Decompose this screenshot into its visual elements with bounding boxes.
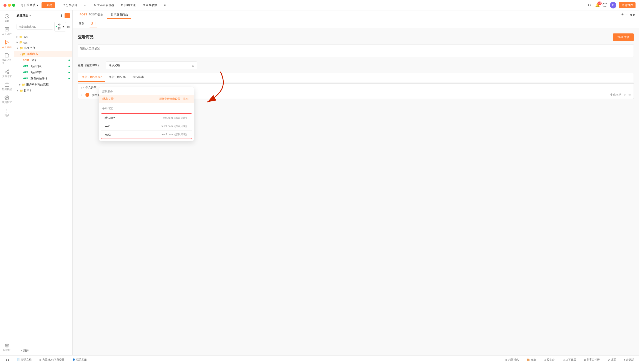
layout-icon[interactable]: ⊞ <box>67 25 70 28</box>
traffic-light-red[interactable] <box>4 4 7 7</box>
filter-all-button[interactable]: 全部 ▾ <box>54 22 66 32</box>
sub-tab-auth[interactable]: 目录公用Auth <box>105 73 129 82</box>
bottom-bar: ◀◀ 📄 帮助文档 ⊞ 内置Mock字段变量 👤 联系客服 ⊞ 精简模式 🎨 皮… <box>0 355 639 364</box>
top-bar: 哥们的团队 ▾ + 新建 ⬡ 分享项目 ··· ⊕ Cookie管理器 ⊞ 归档… <box>0 0 639 10</box>
sidebar-item-doc-share[interactable]: 文档分享 <box>1 68 13 80</box>
service-row: 服务（前置URL）： 继承父级 ▲ <box>78 62 634 69</box>
tree-item-product-list[interactable]: GET 商品列表 <box>14 63 72 69</box>
tree-item-ecommerce[interactable]: ▼ 📁 电商平台 <box>14 45 72 51</box>
checkbox-circle[interactable] <box>85 93 89 97</box>
sub-tab-script[interactable]: 执行脚本 <box>129 73 147 82</box>
avatar[interactable]: G <box>610 2 616 8</box>
content-area: 保存目录 服务（前置URL）： 继承父级 ▲ 目录公用header 目录公用A <box>73 28 639 355</box>
sidebar-icons: 最近 API 设计 API 调试 自动化测试 文档分享 数据模型 项目设置 更 <box>0 10 14 355</box>
sidebar-item-auto-test[interactable]: 自动化测试 <box>1 51 13 67</box>
dropdown-group-item-test2[interactable]: test2 test2.com（默认环境） <box>101 130 192 138</box>
delete-param-icon[interactable]: 🗑 <box>628 94 631 97</box>
sync-icon[interactable]: ↻ <box>588 3 592 8</box>
precision-mode-button[interactable]: ⊞ 精简模式 <box>504 357 521 362</box>
sub-tabs: 目录公用header 目录公用Auth 执行脚本 <box>78 73 634 82</box>
skin-button[interactable]: 🎨 皮肤 <box>525 357 538 362</box>
dropdown-group-item-test1[interactable]: test1 test1.com（默认环境） <box>101 122 192 130</box>
tabs-bar: POST POST 登录 目录查看商品 + ··· ◀ ▶ <box>73 10 639 19</box>
tree-area: ▶ 📁 123 ▶ 📁 ggg ▼ 📁 电商平台 ▼ 📂 查看商品 <box>14 33 72 346</box>
menu-button[interactable]: ≡ <box>162 2 168 8</box>
search-input[interactable] <box>17 24 53 30</box>
settings-param-icon[interactable]: ⊙ <box>624 94 626 97</box>
section-header: 保存目录 <box>78 34 634 41</box>
help-docs-button[interactable]: 📄 帮助文档 <box>15 357 33 362</box>
service-select[interactable]: 继承父级 ▲ <box>106 62 197 69</box>
left-panel-header: 新建项目 ▾ ⬆ + <box>14 10 72 20</box>
tree-item-123[interactable]: ▶ 📁 123 <box>14 34 72 40</box>
tab-actions: + ··· ◀ ▶ <box>621 12 635 17</box>
top-right: ↻ 🔔 48 💬 G 邀请协作 <box>588 2 635 8</box>
more-button[interactable]: ··· <box>82 2 88 8</box>
tree-item-product-detail[interactable]: GET 商品详情 <box>14 69 72 75</box>
sidebar-item-api-design[interactable]: API 设计 <box>1 25 13 37</box>
save-button[interactable]: 保存目录 <box>613 34 634 41</box>
traffic-lights <box>4 4 15 7</box>
sidebar-item-api-test[interactable]: API 调试 <box>1 38 13 50</box>
update-button[interactable]: ↑ 去更新 <box>622 357 635 362</box>
tree-item-ggg[interactable]: ▶ 📁 ggg <box>14 40 72 45</box>
invite-button[interactable]: 邀请协作 <box>619 2 635 8</box>
tree-item-login[interactable]: POST 登录 <box>14 57 72 63</box>
tree-item-product-reviews[interactable]: GET 查看商品评论 <box>14 75 72 82</box>
tree-item-catalog1[interactable]: ▼ 📁 目录1 <box>14 88 72 94</box>
sidebar-item-trash[interactable]: 回收站 <box>1 342 13 354</box>
traffic-light-yellow[interactable] <box>8 4 11 7</box>
sidebar-item-project-settings[interactable]: 项目设置 <box>1 94 13 106</box>
svg-point-6 <box>6 97 8 98</box>
svg-point-7 <box>7 109 7 110</box>
global-params-button[interactable]: ⊟ 全局参数 <box>141 2 159 8</box>
dropdown-item-inherit[interactable]: 继承父级 跟随父级目录设置（推荐） <box>99 95 194 103</box>
svg-point-2 <box>8 70 9 71</box>
prev-tab-button[interactable]: ◀ <box>629 13 631 16</box>
tab-design[interactable]: 设计 <box>90 19 97 28</box>
main-layout: 最近 API 设计 API 调试 自动化测试 文档分享 数据模型 项目设置 更 <box>0 10 639 355</box>
team-name[interactable]: 哥们的团队 ▾ <box>21 3 38 7</box>
message-icon[interactable]: 💬 <box>602 3 607 8</box>
cookie-manager-button[interactable]: ⊕ Cookie管理器 <box>92 2 116 8</box>
top-nav-buttons: ⬡ 分享项目 ··· ⊕ Cookie管理器 ⊞ 归档管理 ⊟ 全局参数 ≡ <box>61 2 167 8</box>
contact-button[interactable]: 👤 联系客服 <box>70 357 89 362</box>
settings-button[interactable]: ⚙ 设置 <box>606 357 618 362</box>
notification-badge[interactable]: 🔔 48 <box>595 3 600 8</box>
sidebar-bottom: 回收站 <box>1 342 13 355</box>
tab-preview[interactable]: 预览 <box>78 20 85 28</box>
dropdown-group: 默认服务 test.com（默认环境） test1 test1.com（默认环境… <box>101 113 192 139</box>
svg-point-4 <box>8 72 9 74</box>
add-icon[interactable]: + <box>65 13 70 18</box>
traffic-light-green[interactable] <box>12 4 15 7</box>
console-button[interactable]: ⊡ 控制台 <box>542 357 556 362</box>
collapse-left-button[interactable]: ◀◀ <box>4 358 11 362</box>
svg-point-9 <box>7 112 7 112</box>
upload-icon[interactable]: ⬆ <box>60 14 63 18</box>
sub-tab-header[interactable]: 目录公用header <box>78 73 105 82</box>
next-tab-button[interactable]: ▶ <box>633 13 635 16</box>
tree-item-view-products[interactable]: ▼ 📂 查看商品 <box>14 51 72 57</box>
share-project-button[interactable]: ⬡ 分享项目 <box>61 2 79 8</box>
section-title-input[interactable] <box>78 35 143 40</box>
add-new-button[interactable]: + + 新建 <box>17 348 70 354</box>
split-button[interactable]: ⊟ 上下分层 <box>561 357 578 362</box>
desc-input[interactable] <box>78 44 634 57</box>
mock-vars-button[interactable]: ⊞ 内置Mock字段变量 <box>38 357 66 362</box>
more-tabs-button[interactable]: ··· <box>625 13 628 16</box>
tree-item-buy-flow[interactable]: ▶ 📁 用户购买商品流程 <box>14 82 72 88</box>
archive-manager-button[interactable]: ⊞ 归档管理 <box>119 2 137 8</box>
new-window-button[interactable]: ⧉ 新窗口打开 <box>582 357 601 362</box>
add-tab-button[interactable]: + <box>621 12 624 17</box>
dropdown-group-item-default[interactable]: 默认服务 test.com（默认环境） <box>101 114 192 122</box>
import-params-button[interactable]: ↓ ↓ 导入参数 <box>81 85 97 89</box>
tab-view-products[interactable]: 目录查看商品 <box>107 11 131 19</box>
project-title[interactable]: 新建项目 ▾ <box>17 14 58 18</box>
svg-rect-5 <box>5 84 9 86</box>
drag-handle[interactable]: ⠿ <box>81 94 83 97</box>
tab-post-login[interactable]: POST POST 登录 <box>76 11 107 19</box>
sidebar-item-data-model[interactable]: 数据模型 <box>1 80 13 93</box>
sidebar-item-more[interactable]: 更多 <box>1 107 13 119</box>
sidebar-item-recent[interactable]: 最近 <box>1 12 13 24</box>
new-button[interactable]: + 新建 <box>42 2 55 8</box>
